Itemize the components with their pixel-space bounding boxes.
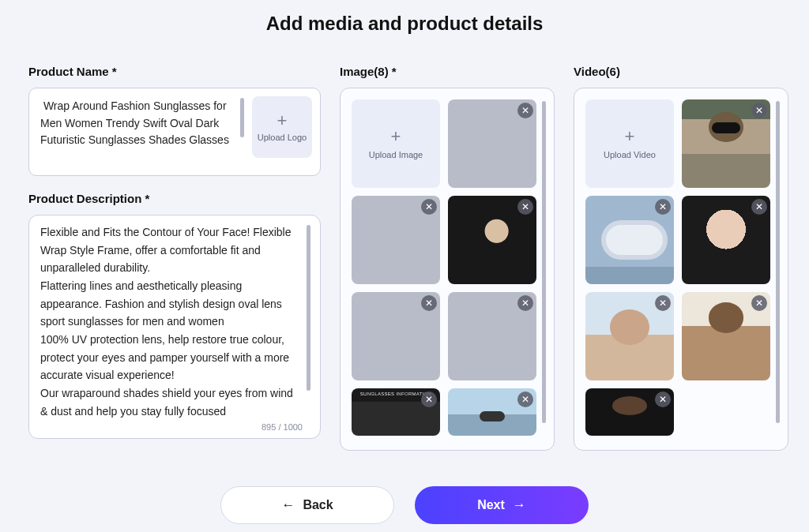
upload-image-label: Upload Image xyxy=(369,150,423,159)
plus-icon: + xyxy=(625,128,635,145)
images-scrollbar[interactable] xyxy=(542,101,546,423)
video-thumbnail[interactable]: ✕ xyxy=(682,99,770,188)
videos-scrollbar[interactable] xyxy=(776,101,780,423)
videos-panel: + Upload Video ✕ ✕ ✕ ✕ xyxy=(574,88,788,451)
close-icon: ✕ xyxy=(755,298,763,308)
product-name-label: Product Name * xyxy=(28,65,321,78)
back-button[interactable]: ← Back xyxy=(220,486,394,524)
product-name-box: + Upload Logo xyxy=(28,88,321,176)
product-name-scrollbar[interactable] xyxy=(240,98,244,137)
upload-video-button[interactable]: + Upload Video xyxy=(585,99,674,188)
upload-logo-button[interactable]: + Upload Logo xyxy=(252,96,312,158)
images-column: Image(8) * + Upload Image ✕ ✕ ✕ ✕ xyxy=(340,65,555,451)
product-name-input[interactable] xyxy=(36,95,234,169)
close-icon: ✕ xyxy=(755,106,763,115)
close-icon: ✕ xyxy=(425,202,433,212)
video-thumbnail[interactable]: ✕ xyxy=(585,196,674,284)
close-icon: ✕ xyxy=(521,298,529,308)
description-section: Product Description * 895 / 1000 xyxy=(28,192,321,439)
remove-image-button[interactable]: ✕ xyxy=(517,295,533,311)
video-thumbnail[interactable]: ✕ xyxy=(585,388,674,436)
images-grid: + Upload Image ✕ ✕ ✕ ✕ ✕ xyxy=(352,99,539,439)
arrow-left-icon: ← xyxy=(281,497,295,513)
remove-image-button[interactable]: ✕ xyxy=(517,199,533,215)
remove-video-button[interactable]: ✕ xyxy=(655,295,671,311)
remove-video-button[interactable]: ✕ xyxy=(655,199,671,215)
close-icon: ✕ xyxy=(659,202,667,212)
footer-buttons: ← Back Next → xyxy=(0,486,809,524)
close-icon: ✕ xyxy=(521,106,529,115)
image-thumbnail[interactable]: ✕ xyxy=(448,196,536,284)
image-thumbnail[interactable]: ✕ xyxy=(448,99,536,188)
product-description-box: 895 / 1000 xyxy=(28,215,321,439)
close-icon: ✕ xyxy=(659,298,667,308)
close-icon: ✕ xyxy=(755,202,763,212)
image-thumbnail[interactable]: ✕ xyxy=(352,196,440,284)
upload-logo-label: Upload Logo xyxy=(258,133,307,142)
plus-icon: + xyxy=(391,128,401,145)
remove-image-button[interactable]: ✕ xyxy=(517,103,533,118)
image-thumbnail[interactable]: ✕ xyxy=(448,292,536,380)
upload-video-label: Upload Video xyxy=(604,150,656,159)
back-button-label: Back xyxy=(303,498,333,512)
close-icon: ✕ xyxy=(425,298,433,308)
video-thumbnail[interactable]: ✕ xyxy=(682,292,770,380)
plus-icon: + xyxy=(277,112,288,129)
image-thumbnail[interactable]: ✕ xyxy=(352,388,440,436)
image-thumbnail[interactable]: ✕ xyxy=(448,388,536,436)
video-thumbnail[interactable]: ✕ xyxy=(682,196,770,284)
next-button[interactable]: Next → xyxy=(415,486,589,524)
image-thumbnail[interactable]: ✕ xyxy=(352,292,440,380)
close-icon: ✕ xyxy=(659,395,667,404)
remove-video-button[interactable]: ✕ xyxy=(655,392,671,407)
remove-image-button[interactable]: ✕ xyxy=(421,392,437,407)
form-panels: Product Name * + Upload Logo Product Des… xyxy=(0,43,809,451)
videos-label: Video(6) xyxy=(574,65,788,78)
close-icon: ✕ xyxy=(521,202,529,212)
upload-image-button[interactable]: + Upload Image xyxy=(352,99,440,188)
left-column: Product Name * + Upload Logo Product Des… xyxy=(28,65,321,451)
close-icon: ✕ xyxy=(521,395,529,404)
remove-video-button[interactable]: ✕ xyxy=(751,199,767,215)
remove-video-button[interactable]: ✕ xyxy=(751,103,767,118)
videos-grid: + Upload Video ✕ ✕ ✕ ✕ xyxy=(585,99,773,439)
remove-video-button[interactable]: ✕ xyxy=(751,295,767,311)
next-button-label: Next xyxy=(477,498,505,512)
product-description-input[interactable] xyxy=(40,223,305,430)
arrow-right-icon: → xyxy=(513,497,526,513)
character-count: 895 / 1000 xyxy=(262,422,303,432)
images-panel: + Upload Image ✕ ✕ ✕ ✕ ✕ xyxy=(340,88,555,451)
video-thumbnail[interactable]: ✕ xyxy=(585,292,674,380)
remove-image-button[interactable]: ✕ xyxy=(421,199,437,215)
videos-column: Video(6) + Upload Video ✕ ✕ ✕ xyxy=(574,65,788,451)
page-title: Add media and product details xyxy=(0,0,809,43)
close-icon: ✕ xyxy=(425,395,433,404)
product-description-scrollbar[interactable] xyxy=(307,225,310,391)
product-description-label: Product Description * xyxy=(28,192,321,205)
images-label: Image(8) * xyxy=(340,65,555,78)
remove-image-button[interactable]: ✕ xyxy=(517,392,533,407)
remove-image-button[interactable]: ✕ xyxy=(421,295,437,311)
